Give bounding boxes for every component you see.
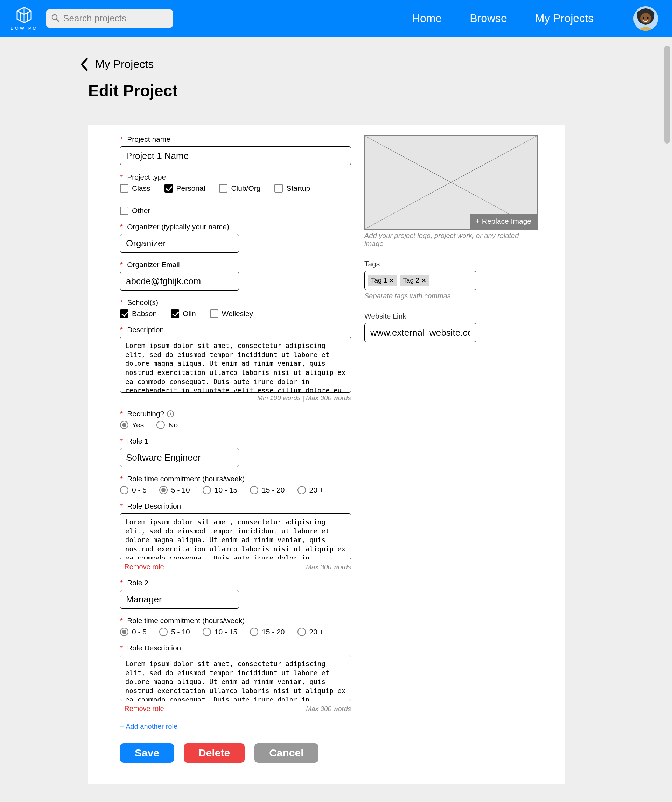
school-option-olin[interactable]: Olin: [171, 309, 195, 318]
organizer-email-input[interactable]: [120, 272, 239, 291]
time-option-20-[interactable]: 20 +: [297, 486, 324, 494]
role-desc-textarea[interactable]: [120, 655, 351, 701]
remove-role-link[interactable]: - Remove role: [120, 563, 164, 571]
project-name-input[interactable]: [120, 146, 351, 165]
form-right-column: + Replace Image Add your project logo, p…: [364, 135, 540, 763]
remove-role-link[interactable]: - Remove role: [120, 705, 164, 713]
project-type-option-other[interactable]: Other: [120, 207, 150, 215]
tag-chip[interactable]: Tag 1✕: [368, 275, 397, 286]
time-option-15-20[interactable]: 15 - 20: [250, 628, 284, 636]
organizer-input[interactable]: [120, 234, 239, 253]
radio-icon: [159, 628, 168, 636]
recruiting-option-no[interactable]: No: [157, 421, 178, 429]
image-placeholder[interactable]: + Replace Image: [364, 135, 538, 230]
role-block-2: *Role 2*Role time commitment (hours/week…: [120, 579, 343, 713]
time-option-5-10[interactable]: 5 - 10: [159, 486, 190, 494]
role-commit-label: Role time commitment (hours/week): [127, 616, 245, 625]
organizer-email-label: Organizer Email: [127, 260, 180, 269]
role-block-1: *Role 1*Role time commitment (hours/week…: [120, 437, 343, 571]
breadcrumb-label: My Projects: [95, 58, 153, 71]
radio-icon: [157, 421, 165, 429]
checkbox-icon: [210, 309, 218, 318]
top-nav: Home Browse My Projects: [412, 6, 658, 31]
role-desc-label: Role Description: [127, 644, 181, 652]
tags-input[interactable]: Tag 1✕Tag 2✕: [364, 271, 477, 290]
role-desc-textarea[interactable]: [120, 513, 351, 559]
role-title-input[interactable]: [120, 590, 239, 609]
breadcrumb[interactable]: My Projects: [80, 58, 672, 71]
role-title-input[interactable]: [120, 448, 239, 467]
radio-label: 10 - 15: [215, 486, 237, 494]
tags-label: Tags: [364, 260, 540, 268]
nav-home[interactable]: Home: [412, 12, 442, 25]
close-icon[interactable]: ✕: [389, 277, 394, 284]
brand-text: BOW PM: [11, 26, 38, 31]
radio-icon: [203, 486, 211, 494]
project-type-option-club-org[interactable]: Club/Org: [219, 184, 260, 192]
checkbox-icon: [165, 184, 173, 192]
time-option-5-10[interactable]: 5 - 10: [159, 628, 190, 636]
search-input[interactable]: [63, 13, 168, 24]
avatar[interactable]: [633, 6, 658, 31]
school-option-wellesley[interactable]: Wellesley: [210, 309, 253, 318]
recruiting-option-yes[interactable]: Yes: [120, 421, 144, 429]
time-option-0-5[interactable]: 0 - 5: [120, 486, 147, 494]
delete-button[interactable]: Delete: [184, 743, 245, 763]
radio-label: 0 - 5: [132, 486, 147, 494]
time-option-20-[interactable]: 20 +: [297, 628, 324, 636]
project-name-label: Project name: [127, 135, 170, 144]
time-option-10-15[interactable]: 10 - 15: [203, 486, 237, 494]
time-option-10-15[interactable]: 10 - 15: [203, 628, 237, 636]
close-icon[interactable]: ✕: [422, 277, 426, 284]
checkbox-label: Startup: [286, 184, 310, 192]
website-input[interactable]: [364, 323, 477, 342]
description-helper: Min 100 words | Max 300 words: [120, 394, 351, 402]
scrollbar-thumb[interactable]: [664, 45, 670, 144]
replace-image-button[interactable]: + Replace Image: [470, 213, 537, 229]
svg-point-5: [647, 17, 649, 19]
top-bar: BOW PM Home Browse My Projects: [0, 0, 672, 37]
tags-helper: Separate tags with commas: [364, 292, 540, 300]
page-title: Edit Project: [88, 81, 672, 100]
radio-label: 20 +: [309, 486, 324, 494]
search-field[interactable]: [46, 10, 173, 27]
checkbox-label: Class: [132, 184, 150, 192]
checkbox-icon: [120, 207, 128, 215]
checkbox-label: Club/Org: [231, 184, 260, 192]
schools-label: School(s): [127, 298, 158, 307]
tag-chip[interactable]: Tag 2✕: [400, 275, 428, 286]
school-option-babson[interactable]: Babson: [120, 309, 157, 318]
time-option-15-20[interactable]: 15 - 20: [250, 486, 284, 494]
project-type-label: Project type: [127, 173, 166, 181]
radio-icon: [120, 486, 128, 494]
info-icon[interactable]: [167, 410, 174, 417]
project-type-option-startup[interactable]: Startup: [275, 184, 310, 192]
radio-label: 20 +: [309, 628, 324, 636]
nav-my-projects[interactable]: My Projects: [535, 12, 594, 25]
role-desc-helper: Max 300 words: [306, 563, 351, 571]
brand[interactable]: BOW PM: [11, 6, 38, 31]
checkbox-label: Wellesley: [222, 309, 253, 318]
project-type-option-personal[interactable]: Personal: [165, 184, 205, 192]
chevron-left-icon: [80, 58, 89, 71]
role-desc-helper: Max 300 words: [306, 705, 351, 713]
radio-label: 5 - 10: [171, 628, 190, 636]
project-type-option-class[interactable]: Class: [120, 184, 150, 192]
radio-icon: [297, 486, 306, 494]
radio-icon: [120, 421, 128, 429]
role-commit-label: Role time commitment (hours/week): [127, 475, 245, 483]
image-caption: Add your project logo, project work, or …: [364, 232, 540, 248]
nav-browse[interactable]: Browse: [470, 12, 507, 25]
role-commit-options: 0 - 55 - 1010 - 1515 - 2020 +: [120, 486, 343, 494]
description-textarea[interactable]: [120, 337, 351, 393]
role-commit-options: 0 - 55 - 1010 - 1515 - 2020 +: [120, 628, 343, 636]
add-role-link[interactable]: + Add another role: [120, 723, 178, 731]
checkbox-label: Babson: [132, 309, 157, 318]
radio-icon: [120, 628, 128, 636]
time-option-0-5[interactable]: 0 - 5: [120, 628, 147, 636]
organizer-label: Organizer (typically your name): [127, 223, 229, 231]
page-body: My Projects Edit Project *Project name *…: [0, 37, 672, 784]
save-button[interactable]: Save: [120, 743, 174, 763]
svg-line-1: [57, 19, 59, 21]
cancel-button[interactable]: Cancel: [254, 743, 318, 763]
